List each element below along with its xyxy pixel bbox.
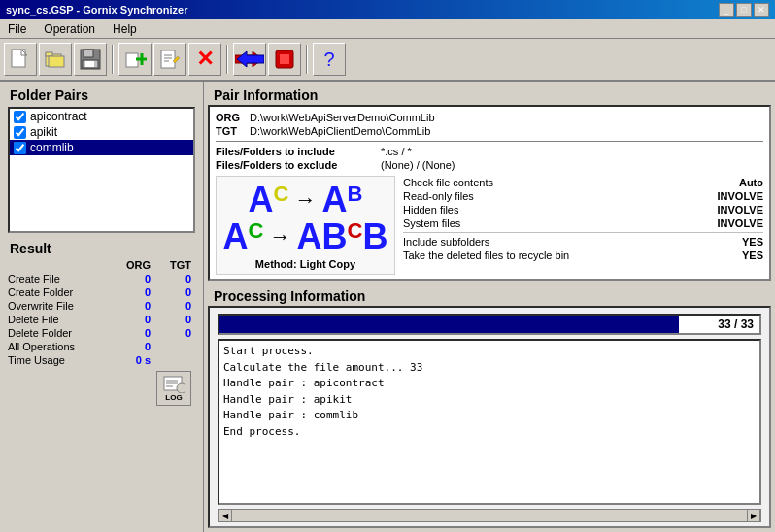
toolbar: ✕ ?	[0, 39, 775, 82]
setting-check-file: Check file contents Auto	[403, 176, 763, 189]
separator-1	[112, 45, 114, 74]
pair-info-org: D:\work\WebApiServerDemo\CommLib	[250, 112, 763, 123]
log-line-6: End process.	[223, 424, 756, 441]
log-line-5: Handle pair : commlib	[223, 408, 756, 424]
scroll-right-button[interactable]: ▶	[747, 509, 760, 522]
delete-button[interactable]: ✕	[188, 43, 221, 76]
edit-button[interactable]	[153, 43, 186, 76]
svg-rect-8	[85, 61, 94, 67]
left-panel: Folder Pairs apicontract apikit commlib …	[0, 82, 204, 532]
arrow-right1: →	[295, 187, 317, 213]
separator-3	[306, 45, 308, 74]
window-title: sync_cs.GSP - Gornix Synchronizer	[6, 4, 187, 16]
separator-2	[226, 45, 228, 74]
progress-bar-fill	[219, 316, 679, 333]
menu-file[interactable]: File	[4, 21, 30, 36]
folder-pairs-title: Folder Pairs	[4, 83, 199, 105]
stop-button[interactable]	[268, 43, 301, 76]
maximize-button[interactable]: □	[736, 3, 752, 17]
menu-operation[interactable]: Operation	[40, 21, 99, 36]
result-header-tgt: TGT	[154, 258, 195, 272]
menu-help[interactable]: Help	[109, 21, 141, 36]
letter-c-yellow: C	[274, 183, 289, 205]
letter-c-green: C	[249, 220, 264, 242]
result-title: Result	[4, 237, 199, 258]
svg-rect-12	[161, 50, 175, 68]
svg-rect-0	[12, 50, 25, 67]
setting-subfolders: Include subfolders YES	[403, 235, 763, 249]
svg-rect-4	[49, 56, 64, 67]
help-button[interactable]: ?	[313, 43, 346, 76]
log-line-4: Handle pair : apikit	[223, 392, 756, 409]
letter-a3: A	[223, 219, 249, 254]
arrow-right2: →	[270, 224, 291, 249]
h-scrollbar[interactable]: ◀ ▶	[218, 509, 761, 522]
folder-item-apicontract[interactable]: apicontract	[10, 109, 193, 124]
new-button[interactable]	[4, 43, 37, 76]
save-button[interactable]	[74, 43, 107, 76]
add-button[interactable]	[118, 43, 152, 76]
pair-info-title: Pair Information	[208, 83, 771, 105]
files-include-row: Files/Folders to include *.cs / *	[216, 145, 763, 158]
open-button[interactable]	[39, 43, 72, 76]
setting-system: System files INVOLVE	[403, 216, 763, 230]
result-header-org: ORG	[110, 258, 154, 272]
letter-a1: A	[249, 183, 274, 217]
log-label: LOG	[165, 393, 182, 402]
files-exclude-row: Files/Folders to exclude (None) / (None)	[216, 158, 763, 172]
folder-checkbox-apicontract[interactable]	[14, 111, 26, 123]
setting-recycle: Take the deleted files to recycle bin YE…	[403, 249, 763, 262]
pair-content: A C → A B A C → A B C	[216, 176, 763, 275]
pair-info-org-row: ORG D:\work\WebApiServerDemo\CommLib	[216, 111, 763, 124]
files-include-value: *.cs / *	[381, 146, 412, 157]
svg-rect-20	[280, 54, 289, 64]
scroll-left-button[interactable]: ◀	[219, 509, 232, 522]
svg-marker-18	[237, 51, 264, 67]
result-row-delete-file: Delete File 0 0	[8, 313, 195, 326]
setting-readonly: Read-only files INVOLVE	[403, 189, 763, 203]
files-exclude-value: (None) / (None)	[381, 159, 455, 171]
right-panel: Pair Information ORG D:\work\WebApiServe…	[204, 82, 775, 532]
folder-checkbox-commlib[interactable]	[14, 142, 26, 154]
progress-label: 33 / 33	[718, 317, 754, 331]
result-row-overwrite-file: Overwrite File 0 0	[8, 299, 195, 313]
result-row-all-ops: All Operations 0	[8, 340, 195, 353]
letter-b2: B	[322, 219, 348, 254]
log-area[interactable]: Start process. Calculate the file amount…	[218, 339, 761, 505]
result-row-delete-folder: Delete Folder 0 0	[8, 326, 195, 340]
folder-item-commlib[interactable]: commlib	[10, 140, 193, 155]
letter-a2: A	[322, 183, 348, 217]
minimize-button[interactable]: _	[719, 3, 734, 17]
letter-b1: B	[348, 183, 363, 205]
pair-info-tgt-row: TGT D:\work\WebApiClientDemo\CommLib	[216, 124, 763, 138]
result-row-time: Time Usage 0 s	[8, 353, 195, 367]
main-content: Folder Pairs apicontract apikit commlib …	[0, 82, 775, 532]
sync-button[interactable]	[233, 43, 266, 76]
pair-settings: Check file contents Auto Read-only files…	[395, 176, 763, 275]
result-row-create-file: Create File 0 0	[8, 272, 195, 285]
svg-rect-3	[46, 52, 52, 56]
close-button[interactable]: ✕	[754, 3, 769, 17]
pair-info-tgt: D:\work\WebApiClientDemo\CommLib	[250, 125, 763, 137]
svg-rect-6	[84, 50, 93, 57]
window-controls: _ □ ✕	[719, 3, 769, 17]
log-button[interactable]: LOG	[156, 371, 191, 406]
title-bar: sync_cs.GSP - Gornix Synchronizer _ □ ✕	[0, 0, 775, 19]
progress-bar-container: 33 / 33	[218, 314, 761, 335]
menu-bar: File Operation Help	[0, 19, 775, 39]
log-line-2: Calculate the file amount... 33	[223, 360, 756, 377]
folder-list[interactable]: apicontract apikit commlib	[8, 107, 195, 233]
processing-title: Processing Information	[208, 284, 771, 306]
log-line-3: Handle pair : apicontract	[223, 376, 756, 392]
letter-a4: A	[297, 219, 322, 254]
method-text: Method: Light Copy	[220, 258, 390, 270]
folder-checkbox-apikit[interactable]	[14, 126, 26, 139]
setting-hidden: Hidden files INVOLVE	[403, 203, 763, 216]
result-row-create-folder: Create Folder 0 0	[8, 285, 195, 299]
log-line-1: Start process.	[223, 344, 756, 360]
letter-c-red: C	[348, 220, 363, 242]
svg-point-22	[177, 383, 185, 393]
folder-item-apikit[interactable]: apikit	[10, 124, 193, 140]
letter-b3: B	[362, 219, 388, 254]
